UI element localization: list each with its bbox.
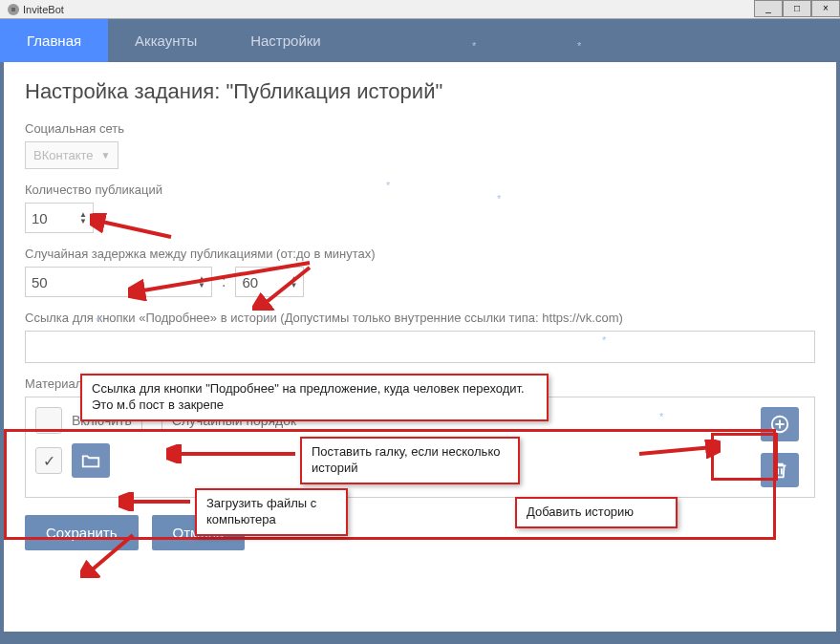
link-input[interactable] [25, 331, 815, 363]
tab-accounts[interactable]: Аккаунты [108, 19, 224, 62]
delete-button[interactable] [761, 453, 799, 487]
close-button[interactable]: × [811, 0, 840, 17]
save-button[interactable]: Сохранить [25, 515, 139, 550]
annotation-link: Ссылка для кнопки "Подробнее" на предлож… [80, 374, 549, 421]
link-label: Ссылка для кнопки «Подробнее» в истории … [25, 311, 815, 325]
social-label: Социальная сеть [25, 121, 815, 136]
delay-label: Случайная задержка между публикациями (о… [25, 247, 815, 261]
enable-checkbox[interactable] [35, 407, 62, 434]
maximize-button[interactable]: □ [783, 0, 811, 17]
annotation-upload: Загрузить файлы с компьютера [195, 488, 348, 536]
delay-to-value: 60 [242, 274, 290, 290]
social-value: ВКонтакте [33, 148, 94, 162]
delay-to-spinners[interactable]: ▲▼ [291, 275, 298, 289]
tab-bar: Главная Аккаунты Настройки [0, 19, 840, 62]
plus-circle-icon [769, 414, 790, 435]
delay-to-input[interactable]: 60 ▲▼ [235, 267, 304, 297]
count-label: Количество публикаций [25, 182, 815, 197]
trash-icon [769, 460, 790, 481]
delay-from-value: 50 [32, 274, 198, 290]
folder-icon [80, 450, 101, 471]
count-input[interactable]: 10 ▲▼ [25, 203, 94, 233]
annotation-check: Поставить галку, если несколько историй [300, 437, 520, 484]
tab-main[interactable]: Главная [0, 19, 108, 62]
count-spinners[interactable]: ▲▼ [79, 211, 87, 225]
social-select[interactable]: ВКонтакте ▼ [25, 141, 118, 169]
page-title: Настройка задания: "Публикация историй" [25, 79, 815, 104]
app-name: InviteBot [23, 4, 64, 15]
content-area: Настройка задания: "Публикация историй" … [4, 62, 836, 632]
minimize-button[interactable]: _ [754, 0, 783, 17]
delay-from-input[interactable]: 50 ▲▼ [25, 267, 212, 297]
folder-button[interactable] [72, 443, 110, 478]
annotation-add: Добавить историю [515, 497, 678, 528]
add-story-button[interactable] [761, 407, 799, 441]
delay-from-spinners[interactable]: ▲▼ [198, 275, 205, 289]
delay-separator: : [222, 273, 226, 290]
tab-settings[interactable]: Настройки [224, 19, 348, 62]
item-checkbox[interactable] [35, 447, 62, 474]
app-icon [8, 4, 19, 15]
titlebar: InviteBot [0, 0, 840, 19]
window-controls: _ □ × [754, 0, 840, 17]
count-value: 10 [32, 210, 79, 226]
caret-down-icon: ▼ [101, 150, 111, 161]
